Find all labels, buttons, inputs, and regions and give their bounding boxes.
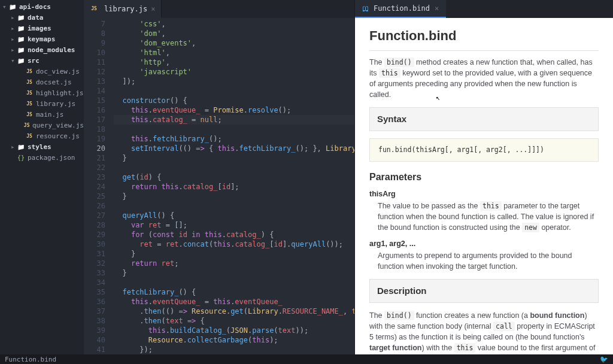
chevron-right-icon: ▸ bbox=[11, 143, 17, 151]
description-text: The bind() function creates a new functi… bbox=[369, 310, 599, 354]
js-icon: JS bbox=[25, 90, 34, 96]
status-left: Function.bind bbox=[5, 356, 56, 363]
editor-pane: JS library.js × 789101112131415161718192… bbox=[84, 0, 354, 354]
folder-icon bbox=[17, 25, 25, 32]
js-icon: JS bbox=[25, 134, 34, 139]
tree-file-doc_view-js[interactable]: JSdoc_view.js bbox=[0, 66, 84, 77]
param-thisarg-name: thisArg bbox=[369, 189, 599, 199]
parameter-list: thisArg The value to be passed as the th… bbox=[369, 189, 599, 272]
label: library.js bbox=[36, 100, 75, 108]
tree-folder-images[interactable]: ▸images bbox=[0, 23, 84, 34]
js-icon: JS bbox=[25, 112, 34, 117]
status-bar: Function.bind 🐦 bbox=[0, 354, 613, 364]
editor-tabs: JS library.js × bbox=[84, 0, 354, 18]
chevron-right-icon: ▸ bbox=[11, 35, 17, 43]
doc-intro: The bind() method creates a new function… bbox=[369, 57, 599, 101]
folder-icon bbox=[17, 57, 25, 64]
chevron-down-icon: ▾ bbox=[11, 57, 17, 65]
documentation-pane: 🕮 Function.bind × Function.bind The bind… bbox=[354, 0, 613, 354]
doc-tab-function-bind[interactable]: 🕮 Function.bind × bbox=[355, 0, 446, 18]
js-icon: JS bbox=[90, 6, 98, 11]
twitter-icon[interactable]: 🐦 bbox=[600, 356, 608, 363]
folder-icon bbox=[8, 4, 17, 10]
tab-label: library.js bbox=[104, 5, 147, 13]
tree-file-query_view-js[interactable]: JSquery_view.js bbox=[0, 120, 84, 131]
param-thisarg-desc: The value to be passed as the this param… bbox=[378, 201, 599, 233]
close-icon[interactable]: × bbox=[151, 5, 155, 13]
label: keymaps bbox=[28, 35, 55, 43]
tree-folder-keymaps[interactable]: ▸keymaps bbox=[0, 34, 84, 44]
label: package.json bbox=[28, 154, 75, 162]
tree-root[interactable]: ▾ api-docs bbox=[0, 1, 84, 12]
tree-folder-styles[interactable]: ▸ styles bbox=[0, 141, 84, 152]
label: images bbox=[28, 25, 51, 32]
tree-file-package[interactable]: {} package.json bbox=[0, 152, 84, 163]
tree-file-highlight-js[interactable]: JShighlight.js bbox=[0, 87, 84, 98]
label: node_modules bbox=[28, 46, 75, 54]
label: doc_view.js bbox=[36, 68, 80, 75]
file-tree-sidebar[interactable]: ▾ api-docs ▸data▸images▸keymaps▸node_mod… bbox=[0, 0, 84, 354]
root-label: api-docs bbox=[19, 3, 51, 11]
param-args-name: arg1, arg2, ... bbox=[369, 238, 599, 249]
js-icon: JS bbox=[25, 69, 34, 74]
tree-folder-src[interactable]: ▾ src bbox=[0, 55, 84, 66]
heading-description: Description bbox=[369, 279, 599, 303]
tree-file-docset-js[interactable]: JSdocset.js bbox=[0, 77, 84, 87]
js-icon: JS bbox=[25, 101, 34, 107]
syntax-box: fun.bind(thisArg[, arg1[, arg2[, ...]]]) bbox=[369, 138, 599, 162]
doc-icon: 🕮 bbox=[362, 5, 369, 13]
label: src bbox=[28, 57, 40, 65]
label: styles bbox=[28, 143, 51, 151]
tab-label: Function.bind bbox=[374, 4, 430, 13]
label: resource.js bbox=[36, 132, 80, 140]
heading-syntax: Syntax bbox=[369, 107, 599, 131]
chevron-down-icon: ▾ bbox=[2, 3, 8, 11]
heading-parameters: Parameters bbox=[369, 170, 599, 184]
gutter: 7891011121314151617181920212223242526272… bbox=[84, 18, 110, 354]
label: query_view.js bbox=[32, 122, 84, 129]
js-icon: JS bbox=[25, 80, 34, 85]
folder-icon bbox=[17, 144, 25, 150]
code-area[interactable]: 'css', 'dom', 'dom_events', 'html', 'htt… bbox=[110, 18, 354, 354]
json-icon: {} bbox=[17, 154, 25, 161]
param-args-desc: Arguments to prepend to arguments provid… bbox=[378, 250, 599, 272]
folder-icon bbox=[17, 14, 25, 21]
tree-folder-data[interactable]: ▸data bbox=[0, 12, 84, 23]
tree-file-resource-js[interactable]: JSresource.js bbox=[0, 131, 84, 141]
code-editor[interactable]: 7891011121314151617181920212223242526272… bbox=[84, 18, 354, 354]
doc-tabs: 🕮 Function.bind × bbox=[355, 0, 613, 18]
chevron-right-icon: ▸ bbox=[11, 14, 17, 22]
close-icon[interactable]: × bbox=[435, 4, 439, 13]
chevron-right-icon: ▸ bbox=[11, 25, 17, 32]
label: data bbox=[28, 14, 44, 22]
chevron-right-icon: ▸ bbox=[11, 46, 17, 54]
tree-folder-node_modules[interactable]: ▸node_modules bbox=[0, 44, 84, 55]
label: docset.js bbox=[36, 78, 72, 86]
tree-file-library-js[interactable]: JSlibrary.js bbox=[0, 98, 84, 109]
label: highlight.js bbox=[36, 89, 83, 97]
doc-title: Function.bind bbox=[369, 26, 599, 51]
folder-icon bbox=[17, 47, 25, 53]
label: main.js bbox=[36, 111, 63, 119]
tree-file-main-js[interactable]: JSmain.js bbox=[0, 109, 84, 120]
folder-icon bbox=[17, 36, 25, 43]
doc-body[interactable]: Function.bind The bind() method creates … bbox=[355, 18, 613, 354]
editor-tab-library[interactable]: JS library.js × bbox=[84, 0, 162, 18]
js-icon: JS bbox=[23, 123, 29, 128]
